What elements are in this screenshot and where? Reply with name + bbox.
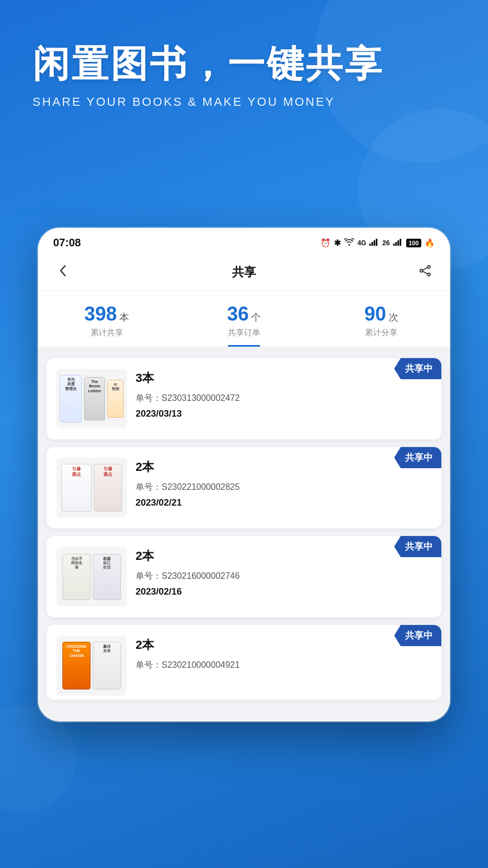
stat-total-books[interactable]: 398 本 累计共享 (38, 291, 175, 347)
stat-unit-shares: 次 (389, 312, 399, 323)
bg-decoration-3 (0, 705, 76, 814)
order-2-info: 2本 单号：S230221000002825 2023/02/21 (136, 458, 432, 508)
svg-rect-2 (374, 240, 375, 246)
book-thumb-v3b: 超越自己生活 (93, 554, 121, 600)
order-4-status: 共享中 (394, 625, 441, 646)
stats-row: 398 本 累计共享 36 个 共享订单 90 次 累计分享 (38, 291, 450, 347)
page-title: 共享 (232, 264, 256, 280)
network-4g-icon: 4G (357, 239, 366, 247)
order-2-status: 共享中 (394, 447, 441, 468)
hero-subtitle: SHARE YOUR BOOKS & MAKE YOU MONEY (33, 95, 455, 109)
book-thumb-huawei: 华为灰度管理法 (60, 375, 82, 423)
battery-icon: 100 (406, 239, 421, 247)
order-3-number: 单号：S230216000002746 (136, 571, 432, 582)
order-4-info: 2本 单号：S230210000004921 (136, 636, 432, 675)
stat-number-books: 398 (84, 303, 117, 325)
svg-rect-7 (400, 239, 401, 246)
order-3-date: 2023/02/16 (136, 586, 432, 597)
signal-icon (369, 238, 379, 247)
book-thumb-v3a: 与众不同全生命 (62, 554, 91, 600)
order-4-number: 单号：S230210000004921 (136, 660, 432, 671)
stat-unit-books: 本 (119, 312, 129, 323)
stat-unit-orders: 个 (251, 312, 261, 323)
order-4-count: 2本 (136, 637, 432, 653)
order-3-info: 2本 单号：S230216000002746 2023/02/16 (136, 547, 432, 597)
order-card-4[interactable]: CROSSINGTHECHASM 赢得未来 2本 单号：S23021000000… (47, 625, 441, 700)
order-3-book-thumbs: 与众不同全生命 超越自己生活 (56, 547, 127, 607)
stat-number-orders: 36 (227, 303, 249, 325)
stat-label-orders: 共享订单 (181, 328, 307, 338)
order-2-date: 2023/02/21 (136, 497, 432, 508)
book-thumb-v4b: 赢得未来 (93, 642, 121, 690)
svg-rect-1 (371, 242, 373, 246)
share-button[interactable] (415, 265, 435, 280)
book-thumb-v2b: 引爆圆点 (94, 464, 122, 512)
order-2-number: 单号：S230221000002825 (136, 482, 432, 493)
order-1-date: 2023/03/13 (136, 409, 432, 419)
svg-rect-0 (369, 244, 371, 246)
order-1-status: 共享中 (394, 358, 441, 379)
order-3-status: 共享中 (394, 536, 441, 557)
order-1-count: 3本 (136, 370, 432, 386)
orders-list: 华为灰度管理法 TheBezosLetters AI智能 3本 单号：S2303… (38, 347, 450, 711)
svg-point-10 (428, 273, 431, 276)
svg-point-9 (420, 270, 423, 272)
order-1-number: 单号：S230313000002472 (136, 393, 432, 404)
book-thumb-chasm: CROSSINGTHECHASM (62, 642, 91, 690)
wifi-icon (344, 238, 354, 247)
order-3-count: 2本 (136, 548, 432, 564)
order-card-1[interactable]: 华为灰度管理法 TheBezosLetters AI智能 3本 单号：S2303… (47, 358, 441, 439)
stat-number-shares: 90 (364, 303, 386, 325)
svg-rect-5 (395, 242, 397, 246)
svg-point-8 (428, 266, 431, 269)
order-card-2[interactable]: 引爆圆点 引爆圆点 2本 单号：S230221000002825 2023/02… (47, 447, 441, 528)
order-1-book-thumbs: 华为灰度管理法 TheBezosLetters AI智能 (56, 369, 127, 429)
flame-icon: 🔥 (425, 238, 435, 248)
svg-rect-3 (376, 239, 377, 246)
order-card-3[interactable]: 与众不同全生命 超越自己生活 2本 单号：S230216000002746 20… (47, 536, 441, 617)
status-bar: 07:08 ⏰ ✱ 4G 26 (38, 228, 450, 254)
status-time: 07:08 (53, 237, 81, 249)
phone-mockup: 07:08 ⏰ ✱ 4G 26 (38, 228, 450, 722)
order-2-book-thumbs: 引爆圆点 引爆圆点 (56, 458, 127, 518)
order-2-count: 2本 (136, 459, 432, 475)
stat-shares[interactable]: 90 次 累计分享 (313, 291, 450, 347)
book-thumb-v2a: 引爆圆点 (61, 464, 92, 512)
stat-orders[interactable]: 36 个 共享订单 (175, 291, 312, 347)
signal2-icon (393, 238, 403, 247)
status-icons: ⏰ ✱ 4G 26 (320, 238, 435, 248)
order-4-book-thumbs: CROSSINGTHECHASM 赢得未来 (56, 636, 127, 695)
network-26-icon: 26 (382, 239, 389, 247)
book-thumb-ai: AI智能 (107, 380, 124, 418)
alarm-icon: ⏰ (320, 238, 331, 248)
svg-rect-6 (397, 240, 399, 246)
bluetooth-icon: ✱ (334, 238, 341, 248)
book-thumb-gray: TheBezosLetters (84, 377, 105, 420)
stat-label-books: 累计共享 (43, 328, 170, 338)
app-header: 共享 (38, 254, 450, 291)
back-button[interactable] (53, 265, 73, 280)
order-1-info: 3本 单号：S230313000002472 2023/03/13 (136, 369, 432, 419)
stat-label-shares: 累计分享 (318, 328, 445, 338)
svg-rect-4 (393, 244, 395, 246)
